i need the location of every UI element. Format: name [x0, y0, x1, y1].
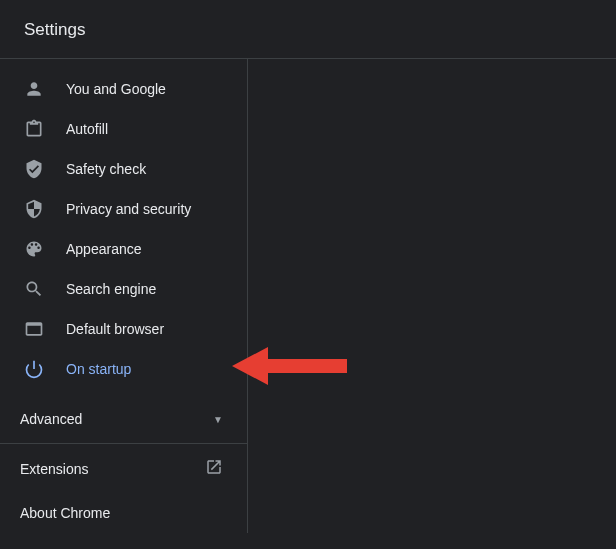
sidebar-item-default-browser[interactable]: Default browser [0, 309, 247, 349]
shield-icon [24, 199, 44, 219]
about-label: About Chrome [20, 505, 110, 521]
sidebar-item-label: You and Google [66, 81, 223, 97]
palette-icon [24, 239, 44, 259]
svg-marker-1 [232, 347, 347, 385]
sidebar-item-about-chrome[interactable]: About Chrome [0, 491, 247, 533]
sidebar-item-appearance[interactable]: Appearance [0, 229, 247, 269]
shield-check-icon [24, 159, 44, 179]
advanced-label: Advanced [20, 411, 82, 427]
sidebar-item-privacy-security[interactable]: Privacy and security [0, 189, 247, 229]
person-icon [24, 79, 44, 99]
browser-icon [24, 319, 44, 339]
sidebar-item-safety-check[interactable]: Safety check [0, 149, 247, 189]
external-link-icon [205, 458, 223, 479]
sidebar-item-label: Autofill [66, 121, 223, 137]
sidebar-item-you-and-google[interactable]: You and Google [0, 69, 247, 109]
sidebar-item-label: Default browser [66, 321, 223, 337]
settings-sidebar: You and Google Autofill Safety check Pri… [0, 59, 248, 533]
extensions-label: Extensions [20, 461, 88, 477]
chevron-down-icon: ▼ [213, 414, 223, 425]
sidebar-item-autofill[interactable]: Autofill [0, 109, 247, 149]
sidebar-item-label: Search engine [66, 281, 223, 297]
annotation-arrow [232, 344, 352, 392]
sidebar-item-label: Privacy and security [66, 201, 223, 217]
sidebar-item-label: Appearance [66, 241, 223, 257]
page-title: Settings [24, 20, 85, 39]
sidebar-item-advanced[interactable]: Advanced ▼ [0, 399, 247, 444]
search-icon [24, 279, 44, 299]
clipboard-icon [24, 119, 44, 139]
sidebar-item-label: Safety check [66, 161, 223, 177]
sidebar-item-label: On startup [66, 361, 223, 377]
power-icon [24, 359, 44, 379]
sidebar-item-extensions[interactable]: Extensions [0, 444, 247, 491]
settings-header: Settings [0, 0, 616, 59]
sidebar-item-on-startup[interactable]: On startup [0, 349, 247, 389]
sidebar-item-search-engine[interactable]: Search engine [0, 269, 247, 309]
